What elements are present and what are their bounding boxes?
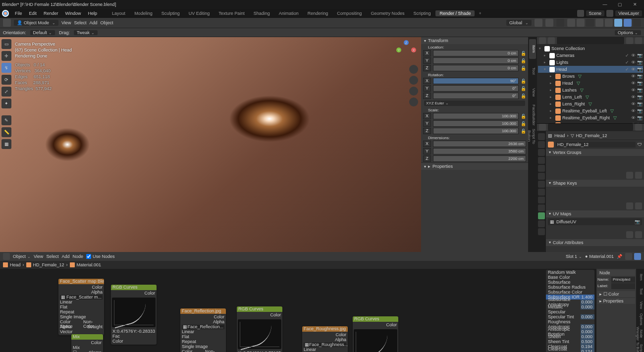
bsdf-socket[interactable]: Sheen0.000: [546, 334, 594, 339]
menu-view[interactable]: View: [34, 254, 43, 259]
node-rgbcurves[interactable]: RGB Curves Color: [353, 316, 398, 352]
tab-particle-icon[interactable]: [538, 189, 545, 196]
tab-physics-icon[interactable]: [538, 197, 545, 203]
bsdf-socket[interactable]: Sheen Tint0.500: [546, 339, 594, 344]
orientation-value[interactable]: Default: [30, 30, 55, 35]
tool-addcube-icon[interactable]: ▦: [1, 139, 11, 149]
tab-output-icon[interactable]: [538, 141, 545, 148]
workspace-tab[interactable]: Shading: [250, 10, 274, 16]
menu-node[interactable]: Node: [72, 254, 83, 259]
shading-matprev-icon[interactable]: [614, 19, 622, 27]
scene-icon[interactable]: [577, 10, 584, 17]
curve-preview[interactable]: [354, 329, 397, 352]
outliner-tree[interactable]: ▾Scene Collection ▸Cameras✓👁📷 ▸Lights✓👁📷…: [537, 44, 644, 123]
nav-gizmo[interactable]: Z X Y: [396, 40, 416, 60]
close-button[interactable]: ✕: [628, 2, 642, 7]
add-button[interactable]: [626, 231, 633, 238]
tab-item[interactable]: Item: [637, 271, 643, 284]
shading-options-icon[interactable]: [633, 19, 641, 27]
viewport[interactable]: Camera Perspective (67) Scene Collection…: [0, 37, 421, 252]
bsdf-socket[interactable]: Clearcoat Roughness0.124: [546, 349, 594, 352]
workspace-tab[interactable]: Geometry Nodes: [367, 10, 408, 16]
new-collection-icon[interactable]: [635, 37, 642, 44]
node-imagetex[interactable]: Face_Reflection.jpg Color Alpha ▦Face_Re…: [180, 308, 226, 352]
workspace-tab[interactable]: Sculpting: [158, 10, 184, 16]
tab-nodewrangler[interactable]: Node Wrangler: [637, 327, 643, 341]
orientation-select[interactable]: Global: [506, 20, 532, 26]
workspace-tab[interactable]: UV Editing: [185, 10, 214, 16]
tab-object-icon[interactable]: [538, 173, 545, 180]
rot-y-field[interactable]: 0°: [433, 85, 519, 92]
bsdf-socket[interactable]: Subsurface Radius: [546, 285, 594, 290]
snap-icon[interactable]: [545, 19, 553, 27]
bsdf-socket[interactable]: Random Walk: [546, 270, 594, 275]
shading-rendered-icon[interactable]: [624, 19, 632, 27]
lock-icon[interactable]: 🔓: [521, 86, 526, 91]
lock-icon[interactable]: 🔓: [521, 58, 526, 63]
menu-render[interactable]: Render: [41, 11, 61, 16]
loc-z-field[interactable]: 0 cm: [433, 65, 519, 71]
pan-icon[interactable]: [409, 76, 418, 85]
lock-icon[interactable]: 🔓: [521, 66, 526, 71]
outliner-row[interactable]: ▸Realtime_Eyeball_Left▽👁📷: [538, 107, 643, 114]
outliner-row[interactable]: ▸Realtime_Eyeball_Right▽👁📷: [538, 114, 643, 121]
dim-z-field[interactable]: 2200 cm: [433, 155, 526, 162]
pivot-icon[interactable]: [535, 19, 542, 27]
outliner-row[interactable]: ▸Brows▽👁📷: [538, 73, 643, 80]
workspace-tab-active[interactable]: Render / Shade: [435, 10, 475, 16]
scene-name[interactable]: Scene: [586, 10, 605, 16]
node-section-head[interactable]: Node: [597, 270, 635, 276]
vg-head[interactable]: Vertex Groups: [546, 149, 644, 156]
menu-help[interactable]: Help: [85, 11, 101, 16]
remove-button[interactable]: [635, 202, 642, 209]
node-rgbcurves[interactable]: RGB Curves Color X:0.47576Y:-0.28333 Fac…: [111, 285, 157, 345]
outliner-row[interactable]: ▸Lens_Right▽👁📷: [538, 101, 643, 107]
snap-icon[interactable]: [634, 253, 641, 260]
viewlayer-icon[interactable]: [606, 10, 613, 17]
props-search-input[interactable]: [548, 124, 633, 131]
rot-x-field[interactable]: 90°: [433, 78, 519, 84]
tab-material-icon[interactable]: [538, 220, 545, 227]
lock-icon[interactable]: 🔓: [521, 51, 526, 56]
rot-z-field[interactable]: 0°: [433, 93, 519, 99]
editor-type-icon[interactable]: [3, 19, 11, 27]
bsdf-socket[interactable]: Base Color: [546, 275, 594, 280]
overlay-toggle-icon[interactable]: [577, 19, 585, 27]
tab-texture-icon[interactable]: [538, 228, 545, 235]
tab-options[interactable]: Options: [637, 313, 643, 326]
menu-edit[interactable]: Edit: [26, 11, 40, 16]
gizmo-x-icon[interactable]: X: [411, 48, 416, 52]
node-rgbcurves[interactable]: RGB Curves Color X:0.58409Y:0.73125 Fac …: [237, 306, 282, 352]
mesh-name-field[interactable]: [556, 142, 636, 148]
uv-head[interactable]: UV Maps: [546, 210, 644, 217]
remove-button[interactable]: [635, 172, 642, 179]
mode-select[interactable]: 👤Object Mode: [14, 20, 58, 26]
tab-meshdata-icon[interactable]: [538, 212, 545, 219]
curve-preview[interactable]: [112, 298, 156, 327]
workspace-tab[interactable]: Modeling: [130, 10, 157, 16]
bsdf-socket[interactable]: Specular Tint0.000: [546, 314, 594, 319]
tool-scale-icon[interactable]: ⤢: [1, 87, 11, 97]
outliner-row[interactable]: ▸Head▽👁📷: [538, 80, 643, 87]
menu-add[interactable]: Add: [61, 254, 69, 259]
lock-icon[interactable]: 🔓: [521, 94, 526, 99]
options-dropdown[interactable]: Options: [615, 30, 641, 35]
props-editor-icon[interactable]: [539, 124, 546, 131]
add-button[interactable]: [626, 172, 633, 179]
menu-file[interactable]: File: [12, 11, 25, 16]
filter-icon[interactable]: [626, 37, 633, 44]
menu-select[interactable]: Select: [46, 254, 58, 259]
add-button[interactable]: [626, 202, 633, 209]
dim-y-field[interactable]: 3580 cm: [433, 148, 526, 154]
tool-move-icon[interactable]: ↯: [1, 63, 11, 73]
shield-icon[interactable]: 🛡: [638, 142, 642, 147]
vg-list[interactable]: [546, 156, 644, 171]
bsdf-socket[interactable]: Specular: [546, 309, 594, 314]
bsdf-socket[interactable]: Metallic0.000: [546, 304, 594, 309]
loc-y-field[interactable]: 0 cm: [433, 57, 519, 64]
use-nodes-check[interactable]: Use Nodes: [86, 254, 115, 259]
tab-constraint-icon[interactable]: [538, 204, 545, 211]
workspace-tab[interactable]: Compositing: [333, 10, 366, 16]
node-imagetex[interactable]: Face_Scatter map Blender.jpg Color Alpha…: [58, 279, 104, 335]
uv-list[interactable]: ▦DiffuseUV📷: [546, 217, 644, 230]
